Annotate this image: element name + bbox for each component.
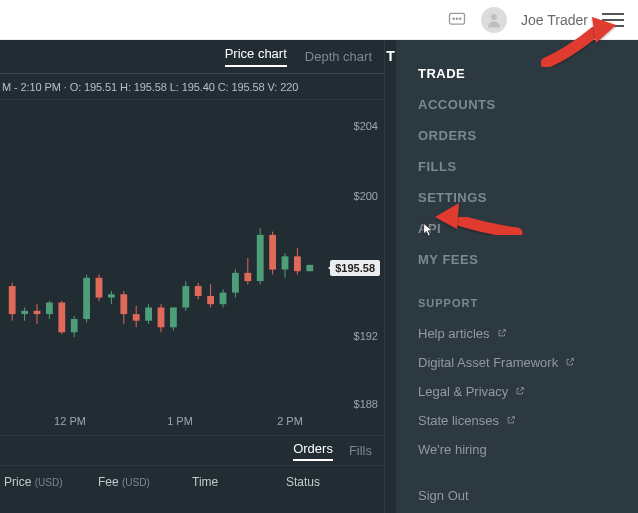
- trade-panel-collapsed[interactable]: T: [384, 40, 396, 513]
- svg-rect-52: [294, 256, 301, 271]
- svg-rect-50: [282, 256, 289, 269]
- svg-rect-36: [195, 286, 202, 296]
- col-price: Price (USD): [4, 475, 98, 489]
- col-fee: Fee (USD): [98, 475, 192, 489]
- orders-fills-tabs: Orders Fills: [0, 436, 384, 466]
- nav-item-orders[interactable]: ORDERS: [418, 120, 616, 151]
- svg-rect-22: [108, 294, 115, 297]
- candlestick-chart: [0, 100, 340, 410]
- external-link-icon: [497, 326, 507, 341]
- orders-table-header: Price (USD) Fee (USD) Time Status: [0, 466, 384, 498]
- svg-rect-42: [232, 273, 239, 293]
- top-bar: Joe Trader: [0, 0, 638, 40]
- chart-pane: Price chart Depth chart M - 2:10 PM · O:…: [0, 40, 384, 513]
- y-axis-label: $192: [354, 330, 378, 342]
- app-body: Price chart Depth chart M - 2:10 PM · O:…: [0, 40, 638, 513]
- x-tick: 2 PM: [277, 415, 303, 427]
- col-status: Status: [286, 475, 380, 489]
- hamburger-menu-icon[interactable]: [602, 13, 624, 27]
- support-link[interactable]: Help articles: [418, 319, 616, 348]
- svg-rect-16: [71, 319, 78, 332]
- svg-rect-54: [306, 265, 313, 271]
- svg-rect-48: [269, 235, 276, 270]
- y-axis-label: $200: [354, 190, 378, 202]
- svg-rect-24: [120, 294, 127, 314]
- svg-rect-40: [220, 293, 227, 305]
- chat-icon[interactable]: [447, 10, 467, 30]
- svg-rect-18: [83, 278, 90, 319]
- external-link-icon: [506, 413, 516, 428]
- nav-item-fills[interactable]: FILLS: [418, 151, 616, 182]
- svg-rect-12: [46, 303, 53, 315]
- svg-rect-30: [158, 308, 165, 328]
- sign-out[interactable]: Sign Out: [418, 488, 616, 503]
- tab-depth-chart[interactable]: Depth chart: [305, 49, 372, 64]
- support-link[interactable]: Digital Asset Framework: [418, 348, 616, 377]
- external-link-icon: [565, 355, 575, 370]
- tab-price-chart[interactable]: Price chart: [225, 46, 287, 67]
- tab-orders[interactable]: Orders: [293, 441, 333, 461]
- ohlc-readout: M - 2:10 PM · O: 195.51 H: 195.58 L: 195…: [0, 74, 384, 100]
- last-price-tag: $195.58: [330, 260, 380, 276]
- username: Joe Trader: [521, 12, 588, 28]
- nav-item-my-fees[interactable]: MY FEES: [418, 244, 616, 275]
- svg-rect-10: [34, 311, 41, 314]
- avatar[interactable]: [481, 7, 507, 33]
- x-tick: 1 PM: [167, 415, 193, 427]
- svg-rect-38: [207, 296, 214, 304]
- col-time: Time: [192, 475, 286, 489]
- svg-rect-28: [145, 308, 152, 321]
- nav-item-api[interactable]: API: [418, 213, 616, 244]
- support-link[interactable]: We're hiring: [418, 435, 616, 464]
- cursor-icon: [421, 222, 437, 238]
- nav-item-accounts[interactable]: ACCOUNTS: [418, 89, 616, 120]
- x-tick: 12 PM: [54, 415, 86, 427]
- support-link[interactable]: Legal & Privacy: [418, 377, 616, 406]
- svg-point-3: [460, 18, 461, 19]
- y-axis-label: $188: [354, 398, 378, 410]
- svg-point-1: [453, 18, 454, 19]
- nav-drawer: TRADEACCOUNTSORDERSFILLSSETTINGSAPIMY FE…: [396, 40, 638, 513]
- chart-tabs: Price chart Depth chart: [0, 40, 384, 74]
- y-axis-label: $204: [354, 120, 378, 132]
- svg-rect-8: [21, 311, 28, 314]
- svg-point-2: [456, 18, 457, 19]
- support-link[interactable]: State licenses: [418, 406, 616, 435]
- svg-point-4: [491, 14, 497, 20]
- svg-rect-34: [182, 286, 189, 307]
- svg-rect-14: [58, 303, 65, 333]
- svg-rect-46: [257, 235, 264, 281]
- nav-item-settings[interactable]: SETTINGS: [418, 182, 616, 213]
- svg-rect-26: [133, 314, 140, 321]
- svg-rect-44: [244, 273, 251, 281]
- x-axis: 12 PM 1 PM 2 PM: [0, 415, 384, 431]
- svg-rect-6: [9, 286, 16, 314]
- external-link-icon: [515, 384, 525, 399]
- tab-fills[interactable]: Fills: [349, 443, 372, 458]
- nav-item-trade[interactable]: TRADE: [418, 58, 616, 89]
- chart-area[interactable]: $204 $200 $196 $192 $188 $195.58 12 PM 1…: [0, 100, 384, 436]
- support-heading: SUPPORT: [418, 297, 616, 309]
- svg-rect-32: [170, 308, 177, 328]
- svg-rect-20: [96, 278, 103, 298]
